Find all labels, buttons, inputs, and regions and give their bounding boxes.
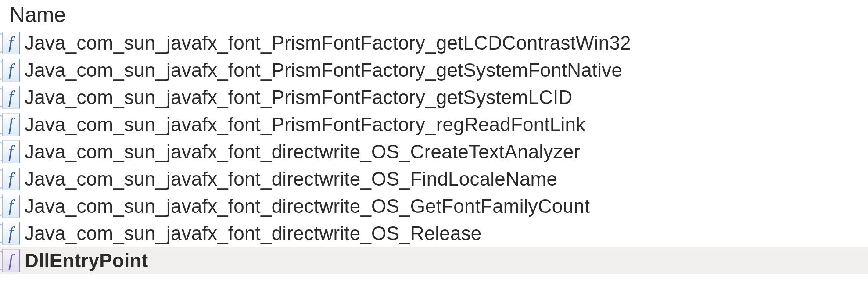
function-icon: f: [0, 165, 22, 193]
function-row[interactable]: f Java_com_sun_javafx_font_directwrite_O…: [0, 165, 868, 193]
function-icon: f: [0, 111, 22, 138]
function-icon: f: [0, 193, 22, 220]
function-row[interactable]: f Java_com_sun_javafx_font_directwrite_O…: [0, 138, 868, 165]
functions-list: f Java_com_sun_javafx_font_PrismFontFact…: [0, 29, 868, 274]
function-row[interactable]: f DllEntryPoint: [0, 247, 868, 274]
function-row[interactable]: f Java_com_sun_javafx_font_PrismFontFact…: [0, 57, 868, 84]
function-name: Java_com_sun_javafx_font_PrismFontFactor…: [22, 59, 622, 81]
function-name: Java_com_sun_javafx_font_PrismFontFactor…: [22, 86, 572, 108]
column-header-name[interactable]: Name: [0, 0, 868, 29]
function-row[interactable]: f Java_com_sun_javafx_font_PrismFontFact…: [0, 29, 868, 57]
function-row[interactable]: f Java_com_sun_javafx_font_PrismFontFact…: [0, 111, 868, 138]
function-name: Java_com_sun_javafx_font_PrismFontFactor…: [22, 114, 585, 136]
function-name: Java_com_sun_javafx_font_directwrite_OS_…: [22, 141, 580, 163]
function-row[interactable]: f Java_com_sun_javafx_font_PrismFontFact…: [0, 84, 868, 111]
function-name: Java_com_sun_javafx_font_directwrite_OS_…: [22, 222, 482, 244]
function-icon: f: [0, 29, 22, 57]
function-name: Java_com_sun_javafx_font_PrismFontFactor…: [22, 32, 631, 54]
function-icon: f: [0, 84, 22, 111]
function-icon: f: [0, 220, 22, 247]
functions-panel: Name f Java_com_sun_javafx_font_PrismFon…: [0, 0, 868, 274]
function-name: Java_com_sun_javafx_font_directwrite_OS_…: [22, 195, 590, 217]
function-name: Java_com_sun_javafx_font_directwrite_OS_…: [22, 168, 557, 190]
function-row[interactable]: f Java_com_sun_javafx_font_directwrite_O…: [0, 220, 868, 247]
library-function-icon: f: [0, 247, 22, 274]
function-row[interactable]: f Java_com_sun_javafx_font_directwrite_O…: [0, 193, 868, 220]
function-icon: f: [0, 138, 22, 165]
function-name: DllEntryPoint: [22, 250, 148, 272]
function-icon: f: [0, 57, 22, 84]
